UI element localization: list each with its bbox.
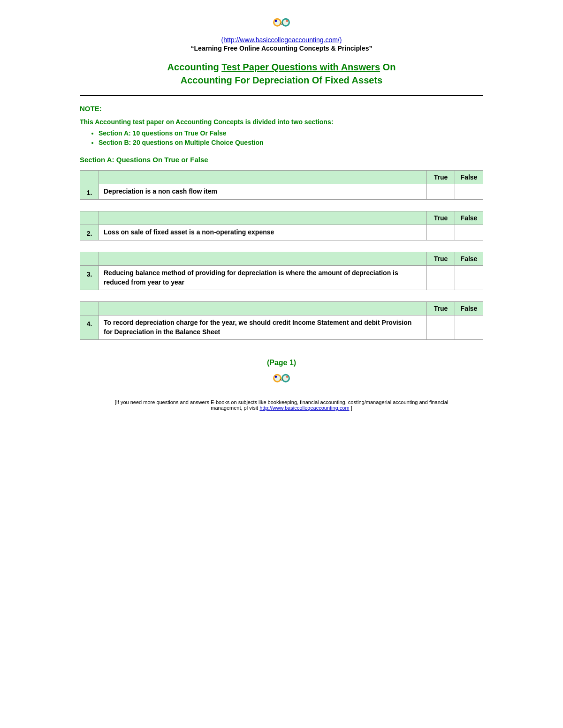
q2-col-false: False <box>455 211 483 225</box>
title-link: Test Paper Questions with Answers <box>221 62 380 72</box>
bullet-section-b: Section B: 20 questions on Multiple Choi… <box>99 139 483 146</box>
q1-col-false: False <box>455 171 483 184</box>
bottom-note-post: ] <box>350 405 352 411</box>
section-a-heading: Section A: Questions On True or False <box>80 156 483 164</box>
q2-num: 2. <box>80 225 99 240</box>
main-title: Accounting Test Paper Questions with Ans… <box>80 60 483 87</box>
q1-true-box[interactable] <box>427 184 455 200</box>
q4-true-box[interactable] <box>427 315 455 340</box>
note-bullets: Section A: 10 questions on True Or False… <box>80 129 483 146</box>
logo-icon <box>267 14 296 33</box>
q3-header-num <box>80 252 99 266</box>
page-number: (Page 1) <box>80 359 483 367</box>
title-post: On <box>380 62 396 72</box>
header-tagline: “Learning Free Online Accounting Concept… <box>80 45 483 52</box>
q2-false-box[interactable] <box>455 225 483 240</box>
q3-header-q <box>99 252 427 266</box>
svg-point-5 <box>286 20 289 23</box>
q4-col-false: False <box>455 302 483 315</box>
q4-header-q <box>99 302 427 315</box>
q4-num: 4. <box>80 315 99 340</box>
q1-num: 1. <box>80 184 99 200</box>
page-footer: (Page 1) <box>80 359 483 390</box>
q3-text: Reducing balance method of providing for… <box>99 266 427 290</box>
q1-header-q <box>99 171 427 184</box>
table-row: 2. Loss on sale of fixed asset is a non-… <box>80 225 483 240</box>
svg-point-2 <box>275 20 277 23</box>
bullet-section-a: Section A: 10 questions on True Or False <box>99 129 483 137</box>
q2-header-num <box>80 211 99 225</box>
q1-col-true: True <box>427 171 455 184</box>
question-4-table: True False 4. To record depreciation cha… <box>80 301 483 340</box>
header: (http://www.basiccollegeaccounting.com/)… <box>80 14 483 52</box>
q1-header-num <box>80 171 99 184</box>
q2-true-box[interactable] <box>427 225 455 240</box>
q3-col-false: False <box>455 252 483 266</box>
svg-point-8 <box>275 376 277 378</box>
svg-point-11 <box>286 376 289 378</box>
q2-col-true: True <box>427 211 455 225</box>
header-logo <box>267 14 296 34</box>
q1-false-box[interactable] <box>455 184 483 200</box>
question-1-table: True False 1. Depreciation is a non cash… <box>80 170 483 200</box>
q3-true-box[interactable] <box>427 266 455 290</box>
q2-header-q <box>99 211 427 225</box>
q3-false-box[interactable] <box>455 266 483 290</box>
q4-false-box[interactable] <box>455 315 483 340</box>
question-2-table: True False 2. Loss on sale of fixed asse… <box>80 211 483 240</box>
q4-text: To record depreciation charge for the ye… <box>99 315 427 340</box>
q1-text: Depreciation is a non cash flow item <box>99 184 427 200</box>
footer-logo-icon <box>267 370 296 389</box>
table-row: 4. To record depreciation charge for the… <box>80 315 483 340</box>
note-label: NOTE: <box>80 105 483 113</box>
q2-text: Loss on sale of fixed asset is a non-ope… <box>99 225 427 240</box>
footer-logo <box>267 370 296 390</box>
bottom-note: [If you need more questions and answers … <box>80 399 483 411</box>
divider <box>80 95 483 96</box>
title-line2: Accounting For Depreciation Of Fixed Ass… <box>80 74 483 87</box>
q3-col-true: True <box>427 252 455 266</box>
note-intro: This Accounting test paper on Accounting… <box>80 118 483 126</box>
title-pre: Accounting <box>167 62 222 72</box>
q4-header-num <box>80 302 99 315</box>
website-link[interactable]: (http://www.basiccollegeaccounting.com/) <box>221 36 342 44</box>
q3-num: 3. <box>80 266 99 290</box>
question-3-table: True False 3. Reducing balance method of… <box>80 252 483 290</box>
bottom-note-link[interactable]: http://www.basiccollegeaccounting.com <box>259 405 349 411</box>
q4-col-true: True <box>427 302 455 315</box>
table-row: 1. Depreciation is a non cash flow item <box>80 184 483 200</box>
table-row: 3. Reducing balance method of providing … <box>80 266 483 290</box>
